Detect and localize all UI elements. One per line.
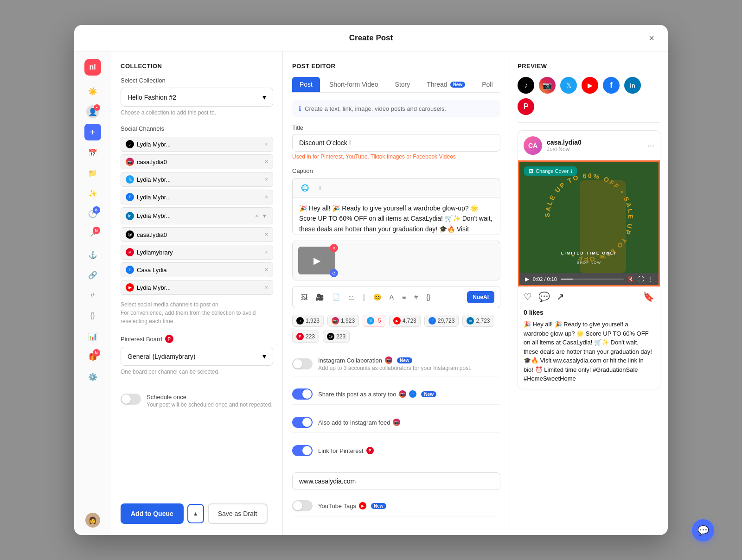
tab-poll[interactable]: Poll [474, 77, 500, 92]
sidebar-icon-clock[interactable]: 🕐 8 [84, 205, 101, 222]
tab-story[interactable]: Story [388, 77, 418, 92]
sidebar-icon-link[interactable]: 🔗 [84, 267, 101, 283]
schedule-toggle[interactable] [121, 394, 141, 405]
tab-post[interactable]: Post [292, 77, 320, 92]
youtube-tags-toggle[interactable] [292, 500, 313, 511]
linkedin-stat[interactable]: in 2,723 [462, 315, 494, 327]
sidebar-icon-hashtag[interactable]: # [84, 287, 101, 304]
video-icon[interactable]: 🎥 [313, 292, 326, 303]
pinterest-link-toggle[interactable] [292, 445, 313, 456]
collection-select[interactable]: Hello Fashion #2 ▾ [121, 88, 273, 107]
facebook-icon-story: f [409, 390, 416, 398]
instagram-collab-desc: Add up to 3 accounts as collaborators fo… [318, 365, 472, 371]
video-more-button[interactable]: ⋮ [647, 276, 653, 282]
volume-button[interactable]: 🔇 [627, 276, 634, 282]
sidebar-icon-folder[interactable]: 📁 [84, 165, 101, 181]
twitter-preview-icon[interactable]: 𝕏 [560, 77, 577, 94]
tab-short-form-video[interactable]: Short-form Video [322, 77, 386, 92]
caption-textarea[interactable]: 🎉 Hey all! 🎉 Ready to give yourself a wa… [292, 197, 500, 235]
modal-header: Create Post × [74, 25, 668, 51]
change-cover-button[interactable]: 🖼 Change Cover ℹ [524, 166, 577, 176]
channel-remove[interactable]: × [265, 249, 268, 255]
globe-icon[interactable]: 🌐 [298, 182, 312, 193]
fullscreen-button[interactable]: ⛶ [638, 276, 644, 282]
sidebar-icon-calendar[interactable]: 📅 [84, 144, 101, 161]
channel-remove[interactable]: × [265, 267, 268, 273]
video-time: 0:02 / 0:10 [533, 276, 557, 282]
sidebar-icon-wand[interactable]: ✨ [84, 185, 101, 202]
pinterest-stat[interactable]: P 223 [292, 331, 319, 343]
remove-media-button[interactable]: × [330, 244, 338, 252]
pinterest-link-input[interactable] [292, 472, 500, 490]
bookmark-button[interactable]: 🔖 [643, 291, 654, 302]
twitter-stat[interactable]: 𝕏 -5 [363, 315, 385, 327]
sidebar-icon-share[interactable]: ↗ N [84, 226, 101, 242]
facebook-preview-icon[interactable]: f [603, 77, 620, 94]
channel-remove[interactable]: × [265, 231, 268, 238]
instagram-preview-icon[interactable]: 📷 [539, 77, 556, 94]
nue-ai-button[interactable]: NueAI [467, 291, 494, 303]
channel-remove[interactable]: × [255, 213, 258, 219]
instagram-stat[interactable]: 📷 1,923 [327, 315, 359, 327]
pinterest-board-select[interactable]: General (Lydiamybrary) ▾ [121, 347, 273, 366]
code-icon[interactable]: {} [423, 292, 433, 303]
pinterest-count: 223 [306, 333, 315, 340]
chat-bubble[interactable]: 💬 [692, 519, 714, 541]
title-input[interactable] [292, 134, 500, 152]
refresh-icon[interactable]: ↺ [330, 269, 338, 277]
share-story-toggle[interactable] [292, 388, 313, 400]
close-button[interactable]: × [645, 31, 659, 45]
sidebar-icon-sun[interactable]: ☀️ [84, 83, 101, 100]
sidebar-icon-avatar[interactable]: 👤 • [84, 103, 101, 120]
threads-count: 223 [336, 333, 345, 340]
gallery-icon[interactable]: 🗃 [345, 292, 358, 303]
text-icon[interactable]: A [387, 292, 397, 303]
queue-expand-button[interactable]: ▲ [187, 504, 204, 523]
channel-remove[interactable]: × [265, 141, 268, 147]
linkedin-preview-icon[interactable]: in [624, 77, 641, 94]
add-icon[interactable]: + [315, 182, 325, 193]
sidebar-icon-chart[interactable]: 📊 [84, 328, 101, 344]
emoji-icon[interactable]: 😊 [371, 292, 384, 303]
video-progress-bar[interactable] [561, 279, 624, 280]
sidebar-icon-code[interactable]: {} [84, 307, 101, 324]
tiktok-preview-icon[interactable]: ♪ [518, 77, 534, 94]
instagram-collab-toggle[interactable] [292, 358, 313, 369]
threads-stat[interactable]: @ 223 [323, 331, 350, 343]
channel-remove[interactable]: × [265, 194, 268, 200]
sidebar-icon-plus[interactable]: + [84, 124, 101, 140]
instagram-feed-toggle[interactable] [292, 417, 313, 428]
channel-remove[interactable]: × [265, 159, 268, 165]
more-options-button[interactable]: ··· [647, 141, 654, 151]
sidebar-icon-settings[interactable]: ⚙️ [84, 369, 101, 385]
youtube-tags-row: YouTube Tags ▶ New [292, 496, 500, 516]
channel-remove[interactable]: × [265, 284, 268, 291]
expand-button[interactable]: ▾ [261, 210, 268, 221]
comment-button[interactable]: 💬 [538, 291, 550, 302]
youtube-preview-icon[interactable]: ▶ [582, 77, 598, 94]
save-as-draft-button[interactable]: Save as Draft [208, 503, 268, 524]
add-to-queue-button[interactable]: Add to Queue [121, 503, 184, 524]
channel-remove[interactable]: × [265, 176, 268, 183]
youtube-dot: ▶ [393, 317, 401, 325]
user-avatar[interactable]: 👩 [85, 513, 100, 528]
facebook-count: 29,723 [438, 318, 455, 324]
sidebar-icon-anchor[interactable]: ⚓ [84, 246, 101, 263]
play-button[interactable]: ▶ [525, 276, 529, 282]
pinterest-preview-icon[interactable]: P [518, 98, 534, 115]
youtube-stat[interactable]: ▶ 4,723 [389, 315, 421, 327]
info-text: Create a text, link, image, video posts … [305, 105, 446, 112]
align-icon[interactable]: ≡ [399, 292, 409, 303]
chevron-down-icon-2: ▾ [262, 352, 266, 361]
like-button[interactable]: ♡ [524, 291, 532, 302]
facebook-stat[interactable]: f 29,723 [424, 315, 459, 327]
video-controls: ▶ 0:02 / 0:10 🔇 ⛶ ⋮ [519, 273, 659, 285]
tiktok-stat[interactable]: ♪ 1,923 [292, 315, 324, 327]
document-icon[interactable]: 📄 [329, 292, 343, 303]
sidebar-icon-gift[interactable]: 🎁 N [84, 348, 101, 365]
facebook-icon: f [126, 193, 134, 201]
hashtag-icon[interactable]: # [411, 292, 421, 303]
tab-thread[interactable]: Thread New [419, 77, 473, 92]
share-button[interactable]: ↗ [556, 291, 564, 302]
image-icon[interactable]: 🖼 [298, 292, 310, 303]
